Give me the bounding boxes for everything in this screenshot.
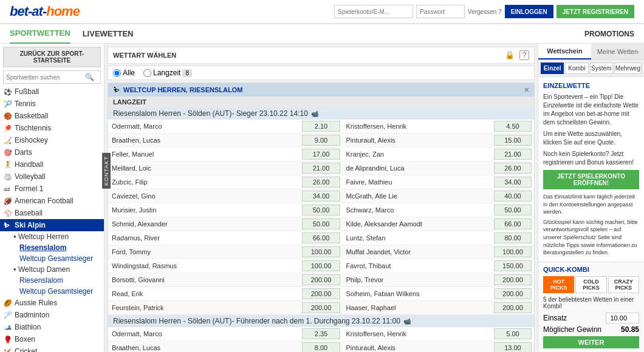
odds1-cell[interactable]: 200.00 bbox=[300, 287, 342, 301]
bet-type-system[interactable]: System bbox=[590, 63, 613, 74]
odds2-cell[interactable]: 80.00 bbox=[492, 231, 534, 245]
bet-type-mehrweg[interactable]: Mehrweg bbox=[614, 63, 642, 74]
einloggen-button[interactable]: EINLOGGEN bbox=[505, 5, 553, 18]
sidebar-sub-riesenslalom-d[interactable]: Riesenslalom bbox=[0, 275, 104, 286]
odds2-cell[interactable]: 5.00 bbox=[492, 327, 534, 341]
passwort-input[interactable] bbox=[416, 5, 465, 18]
quick-kombi-section: QUICK-KOMBI HOT PICKS COLD PICKS CRAZY P… bbox=[538, 262, 644, 352]
odds1-cell[interactable]: 26.00 bbox=[300, 175, 342, 189]
odds2-cell[interactable]: 200.00 bbox=[492, 301, 534, 315]
odds1-cell[interactable]: 8.00 bbox=[300, 341, 342, 353]
sidebar-sub-gesamtsieger-h[interactable]: Weltcup Gesamtsieger bbox=[0, 253, 104, 264]
player2-name: Kristoffersen, Henrik bbox=[343, 120, 492, 134]
sidebar: ZURÜCK ZUR SPORT-STARTSEITE 🔍 ⚽ Fußball … bbox=[0, 44, 104, 352]
wettart-header: WETTART WÄHLEN 🔒 ? bbox=[108, 47, 535, 64]
sidebar-item-basketball[interactable]: 🏀 Basketball bbox=[0, 110, 104, 122]
odds2-cell[interactable]: 40.00 bbox=[492, 189, 534, 203]
odds1-cell[interactable]: 50.00 bbox=[300, 217, 342, 231]
einzelwette-text3: Noch kein Spielerkonto? Jetzt registrier… bbox=[543, 150, 639, 167]
sidebar-item-cricket[interactable]: 🏏 Cricket bbox=[0, 345, 104, 352]
odds1-cell[interactable]: 21.00 bbox=[300, 161, 342, 175]
odds2-cell[interactable]: 34.00 bbox=[492, 175, 534, 189]
einsatz-input[interactable] bbox=[606, 313, 639, 323]
odds2-cell[interactable]: 50.00 bbox=[492, 203, 534, 217]
odds2-cell[interactable]: 200.00 bbox=[492, 287, 534, 301]
sidebar-item-formel1[interactable]: 🏎 Formel 1 bbox=[0, 183, 104, 195]
tab-meine-wetten[interactable]: Meine Wetten bbox=[591, 44, 644, 59]
spielerkonto-input[interactable] bbox=[334, 5, 413, 18]
sidebar-item-darts[interactable]: 🎯 Darts bbox=[0, 146, 104, 158]
filter-langzeit[interactable]: Langzeit 8 bbox=[143, 69, 192, 77]
expand-icon: ▾ bbox=[13, 234, 16, 240]
player1-name: Borsotti, Giovanni bbox=[108, 273, 300, 287]
odds1-cell[interactable]: 200.00 bbox=[300, 273, 342, 287]
odds1-cell[interactable]: 17.00 bbox=[300, 147, 342, 161]
sidebar-subgroup-weltcup-damen[interactable]: ▾ Weltcup Damen bbox=[0, 264, 104, 275]
search-input[interactable] bbox=[4, 71, 83, 83]
sidebar-item-badminton[interactable]: 🏸 Badminton bbox=[0, 309, 104, 321]
sidebar-item-aussierules[interactable]: 🏉 Aussie Rules bbox=[0, 297, 104, 309]
player1-name: Odermatt, Marco bbox=[108, 327, 300, 341]
odds1-cell[interactable]: 2.35 bbox=[300, 327, 342, 341]
contact-tab[interactable]: KONTAKT bbox=[102, 153, 111, 189]
odds2-cell[interactable]: 26.00 bbox=[492, 161, 534, 175]
sidebar-item-fussball[interactable]: ⚽ Fußball bbox=[0, 86, 104, 98]
nav-sportwetten[interactable]: SPORTWETTEN bbox=[10, 24, 70, 44]
odds1-cell[interactable]: 2.10 bbox=[300, 120, 342, 134]
odds2-cell[interactable]: 100.00 bbox=[492, 245, 534, 259]
sidebar-subgroup-weltcup-herren[interactable]: ▾ Weltcup Herren bbox=[0, 231, 104, 242]
bet-type-einzel[interactable]: Einzel bbox=[541, 63, 564, 74]
vergessen-link[interactable]: Vergessen ? bbox=[468, 8, 502, 15]
sidebar-item-eishockey[interactable]: 🏒 Eishockey bbox=[0, 134, 104, 146]
weiter-button[interactable]: WEITER bbox=[543, 336, 639, 348]
bet-type-kombi[interactable]: Kombi bbox=[565, 63, 588, 74]
ski-icon: ⛷ bbox=[4, 222, 12, 229]
odds1-cell[interactable]: 200.00 bbox=[300, 301, 342, 315]
sidebar-sub-riesenslalom-h[interactable]: Riesenslalom bbox=[0, 242, 104, 253]
tennis-icon: 🎾 bbox=[4, 100, 12, 108]
table-row: Radamus, River 66.00 Luntz, Stefan 80.00 bbox=[108, 231, 534, 245]
sidebar-item-tischtennis[interactable]: 🏓 Tischtennis bbox=[0, 122, 104, 134]
sidebar-item-volleyball[interactable]: 🏐 Volleyball bbox=[0, 171, 104, 183]
crazy-picks-button[interactable]: CRAZY PICKS bbox=[608, 276, 639, 293]
sidebar-item-boxen[interactable]: 🥊 Boxen bbox=[0, 333, 104, 345]
sidebar-item-americanfootball[interactable]: 🏈 American Football bbox=[0, 195, 104, 207]
event-close-button[interactable]: × bbox=[524, 86, 529, 94]
odds1-cell[interactable]: 50.00 bbox=[300, 203, 342, 217]
hot-picks-button[interactable]: HOT PICKS bbox=[543, 276, 574, 293]
table-row: Caviezel, Gino 34.00 McGrath, Atle Lie 4… bbox=[108, 189, 534, 203]
odds1-cell[interactable]: 100.00 bbox=[300, 245, 342, 259]
event-block: ⛷ WELTCUP HERREN, RIESENSLALOM × LANGZEI… bbox=[108, 83, 535, 352]
tab-wettschein[interactable]: Wettschein bbox=[538, 44, 591, 59]
cold-picks-button[interactable]: COLD PICKS bbox=[575, 276, 606, 293]
sidebar-item-baseball[interactable]: ⚾ Baseball bbox=[0, 207, 104, 219]
sidebar-sub-gesamtsieger-d[interactable]: Weltcup Gesamtsieger bbox=[0, 286, 104, 297]
sidebar-item-skialpin[interactable]: ⛷ Ski Alpin bbox=[0, 219, 104, 231]
odds2-cell[interactable]: 13.00 bbox=[492, 341, 534, 353]
odds2-cell[interactable]: 4.50 bbox=[492, 120, 534, 134]
sidebar-item-biathlon[interactable]: 🎿 Biathlon bbox=[0, 321, 104, 333]
odds2-cell[interactable]: 66.00 bbox=[492, 217, 534, 231]
back-to-sport-button[interactable]: ZURÜCK ZUR SPORT-STARTSEITE bbox=[3, 47, 101, 67]
odds1-cell[interactable]: 9.00 bbox=[300, 134, 342, 147]
nav-promotions[interactable]: PROMOTIONS bbox=[584, 30, 634, 38]
logo[interactable]: bet-at-home bbox=[10, 4, 80, 19]
sidebar-item-tennis[interactable]: 🎾 Tennis bbox=[0, 98, 104, 110]
open-account-button[interactable]: JETZT SPIELERKONTO ERÖFFNEN! bbox=[543, 170, 639, 189]
odds1-cell[interactable]: 34.00 bbox=[300, 189, 342, 203]
odds2-cell[interactable]: 200.00 bbox=[492, 273, 534, 287]
sidebar-item-handball[interactable]: 🤾 Handball bbox=[0, 158, 104, 171]
odds2-cell[interactable]: 21.00 bbox=[492, 147, 534, 161]
help-icon[interactable]: ? bbox=[519, 50, 529, 60]
odds1-cell[interactable]: 100.00 bbox=[300, 259, 342, 273]
filter-all[interactable]: Alle bbox=[113, 69, 135, 77]
odds-table-1: Odermatt, Marco 2.10 Kristoffersen, Henr… bbox=[108, 120, 534, 315]
nav-livewetten[interactable]: LIVEWETTEN bbox=[83, 24, 134, 44]
odds2-cell[interactable]: 15.00 bbox=[492, 134, 534, 147]
registrieren-button[interactable]: JETZT REGISTRIEREN bbox=[557, 5, 634, 18]
player2-name: Haaser, Raphael bbox=[343, 301, 492, 315]
video-icon: 📹 bbox=[311, 110, 318, 117]
odds1-cell[interactable]: 66.00 bbox=[300, 231, 342, 245]
table-row: Borsotti, Giovanni 200.00 Philp, Trevor … bbox=[108, 273, 534, 287]
odds2-cell[interactable]: 150.00 bbox=[492, 259, 534, 273]
